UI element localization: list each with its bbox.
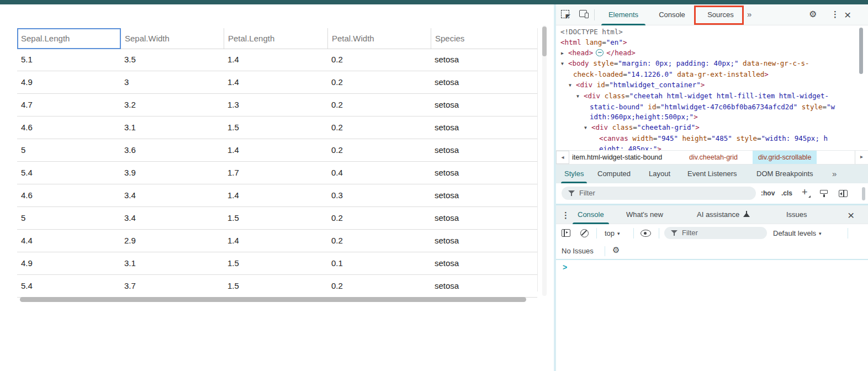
context-selector[interactable]: top▾ [605, 229, 620, 237]
dom-tree-line[interactable]: ▼<div class="cheetah-grid"> [556, 123, 859, 134]
table-cell[interactable]: setosa [431, 71, 537, 93]
table-cell[interactable]: 1.4 [224, 71, 327, 93]
tree-collapse-icon[interactable]: ▼ [584, 123, 591, 134]
vertical-scrollbar-thumb[interactable] [542, 26, 547, 56]
inspect-element-icon[interactable] [561, 10, 569, 18]
column-header[interactable]: Petal.Width [327, 28, 431, 49]
table-row[interactable]: 4.63.41.40.3setosa [17, 184, 537, 207]
table-cell[interactable]: 0.2 [327, 71, 431, 93]
table-cell[interactable]: 1.7 [224, 162, 327, 184]
dom-tree-line[interactable]: static-bound" id="htmlwidget-47c06bf0ba6… [556, 102, 859, 113]
tab-event-listeners[interactable]: Event Listeners [687, 165, 737, 183]
table-cell[interactable]: 3.4 [120, 184, 224, 206]
table-cell[interactable]: setosa [431, 116, 537, 139]
table-cell[interactable]: 4.9 [17, 71, 120, 93]
tree-collapse-icon[interactable]: ▼ [576, 92, 584, 102]
table-row[interactable]: 4.93.11.50.1setosa [17, 252, 537, 275]
table-cell[interactable]: 3.1 [120, 116, 224, 139]
drawer-menu-icon[interactable]: ⋮ [562, 210, 570, 220]
table-cell[interactable]: 0.2 [327, 207, 431, 229]
table-cell[interactable]: 4.9 [17, 252, 120, 274]
table-cell[interactable]: setosa [431, 94, 537, 116]
table-cell[interactable]: 1.4 [224, 184, 327, 206]
table-cell[interactable]: 0.2 [327, 116, 431, 139]
more-panes-icon[interactable]: » [832, 169, 837, 178]
table-cell[interactable]: 1.5 [224, 275, 327, 297]
table-cell[interactable]: setosa [431, 275, 537, 297]
table-row[interactable]: 4.931.40.2setosa [17, 71, 537, 94]
console-sidebar-icon[interactable] [562, 229, 570, 237]
close-devtools-icon[interactable]: × [844, 9, 851, 20]
dom-tree-line[interactable]: <html lang="en"> [556, 38, 859, 48]
tab-styles[interactable]: Styles [564, 165, 584, 183]
table-cell[interactable]: 0.2 [327, 139, 431, 161]
table-cell[interactable]: 3.5 [120, 49, 224, 71]
table-cell[interactable]: setosa [431, 49, 537, 71]
table-cell[interactable]: 2.9 [120, 230, 224, 252]
table-cell[interactable]: 1.4 [224, 49, 327, 71]
console-filter-input[interactable]: Filter [664, 227, 767, 239]
table-cell[interactable]: 0.2 [327, 49, 431, 71]
table-row[interactable]: 5.43.91.70.4setosa [17, 162, 537, 184]
tab-dom-breakpoints[interactable]: DOM Breakpoints [756, 165, 813, 183]
styles-scrollbar-thumb[interactable] [862, 187, 865, 200]
drawer-tab-console[interactable]: Console [578, 205, 604, 224]
dom-tree-line[interactable]: check-loaded="14.1226.0" data-gr-ext-ins… [556, 70, 859, 80]
table-cell[interactable]: setosa [431, 139, 537, 161]
tree-collapse-icon[interactable]: ▼ [569, 81, 576, 91]
more-tabs-icon[interactable]: » [747, 9, 751, 19]
table-row[interactable]: 4.42.91.40.2setosa [17, 230, 537, 252]
table-cell[interactable]: 3.6 [120, 139, 224, 161]
column-header[interactable]: Petal.Length [224, 28, 327, 49]
table-cell[interactable]: 5 [17, 139, 120, 161]
styles-filter-input[interactable]: Filter [562, 187, 756, 200]
column-header[interactable]: Sepal.Width [120, 28, 224, 49]
table-cell[interactable]: 3.9 [120, 162, 224, 184]
table-cell[interactable]: setosa [431, 230, 537, 252]
table-row[interactable]: 5.43.71.50.2setosa [17, 275, 537, 298]
tab-console[interactable]: Console [649, 4, 695, 25]
tree-collapse-icon[interactable]: ▼ [561, 59, 568, 70]
table-cell[interactable]: 0.3 [327, 184, 431, 206]
breadcrumb-item-selected[interactable]: div.grid-scrollable [753, 151, 817, 164]
table-cell[interactable]: 3 [120, 71, 224, 93]
table-cell[interactable]: 1.4 [224, 139, 327, 161]
table-cell[interactable]: 0.1 [327, 252, 431, 274]
new-style-rule-icon[interactable]: + [802, 187, 808, 198]
create-live-expression-icon[interactable] [641, 230, 651, 237]
dom-tree-line[interactable]: <canvas width="945" height="485" style="… [556, 134, 859, 144]
table-row[interactable]: 53.61.40.2setosa [17, 139, 537, 162]
tab-elements[interactable]: Elements [600, 4, 647, 25]
breadcrumb-item[interactable]: item.html-widget-static-bound [572, 151, 662, 164]
table-cell[interactable]: 4.7 [17, 94, 120, 116]
table-cell[interactable]: setosa [431, 252, 537, 274]
table-cell[interactable]: 5.4 [17, 275, 120, 297]
table-cell[interactable]: 4.6 [17, 116, 120, 139]
drawer-tab-issues[interactable]: Issues [786, 205, 807, 224]
clear-console-icon[interactable] [580, 229, 589, 237]
console-prompt-chevron-icon[interactable]: > [563, 263, 567, 272]
dom-tree-line[interactable]: ▼<body style="margin: 0px; padding: 40px… [556, 59, 859, 70]
table-row[interactable]: 5.13.51.40.2setosa [17, 49, 537, 71]
table-cell[interactable]: 5.4 [17, 162, 120, 184]
elements-scrollbar-thumb[interactable] [859, 28, 863, 74]
column-header[interactable]: Species [431, 28, 537, 49]
close-drawer-icon[interactable]: × [848, 209, 854, 221]
table-row[interactable]: 4.73.21.30.2setosa [17, 94, 537, 116]
table-cell[interactable]: 3.2 [120, 94, 224, 116]
breadcrumb-forward-icon[interactable]: ▸ [855, 151, 868, 164]
table-cell[interactable]: 1.5 [224, 207, 327, 229]
table-cell[interactable]: 3.4 [120, 207, 224, 229]
toggle-class-button[interactable]: .cls [781, 189, 792, 197]
table-cell[interactable]: 4.6 [17, 184, 120, 206]
table-cell[interactable]: 5.1 [17, 49, 120, 71]
drawer-tab-ai-assistance[interactable]: AI assistance [697, 205, 750, 224]
table-cell[interactable]: 0.2 [327, 230, 431, 252]
device-toolbar-icon[interactable] [579, 10, 589, 18]
table-cell[interactable]: setosa [431, 162, 537, 184]
table-cell[interactable]: setosa [431, 184, 537, 206]
tab-computed[interactable]: Computed [597, 165, 631, 183]
breadcrumb-back-icon[interactable]: ◂ [556, 151, 569, 164]
table-vertical-scrollbar[interactable] [542, 25, 547, 296]
default-levels-dropdown[interactable]: Default levels▾ [773, 229, 822, 237]
